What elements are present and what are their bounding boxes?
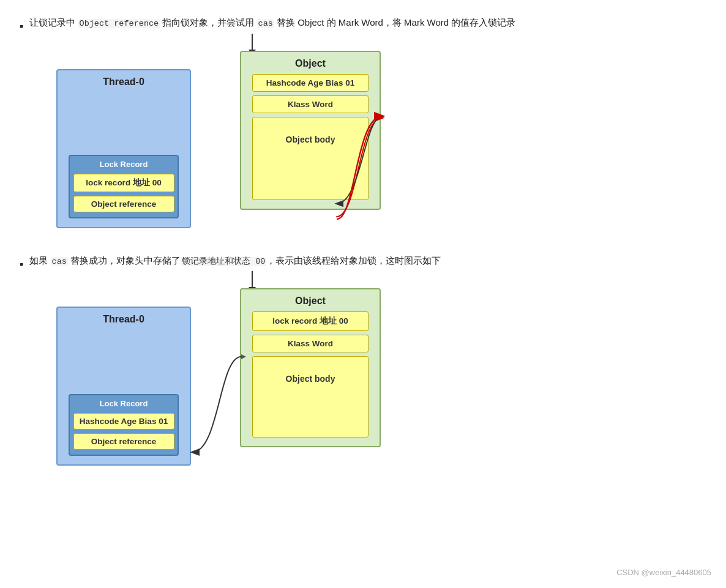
inline-code-4: 锁记录地址和状态 00 [181, 257, 266, 266]
object-title-1: Object [295, 58, 326, 69]
section1-text: ▪ 让锁记录中 Object reference 指向锁对象，并尝试用 cas … [20, 15, 706, 36]
object-reference-1: Object reference [73, 196, 174, 212]
lock-record-label-1: Lock Record [100, 160, 148, 169]
top-arrow-line-1 [252, 34, 253, 50]
object-box-1: Object Hashcode Age Bias 01 Klass Word O… [240, 51, 381, 210]
diagram1-wrapper: Thread-0 Lock Record lock record 地址 00 O… [56, 51, 706, 228]
inline-code-3: cas [51, 257, 68, 266]
thread-box-1: Thread-0 Lock Record lock record 地址 00 O… [56, 69, 191, 228]
object-reference-2: Object reference [73, 433, 174, 450]
object-box-2: Object lock record 地址 00 Klass Word Obje… [240, 288, 381, 447]
object-title-2: Object [295, 296, 326, 307]
lock-record-group-2: Lock Record Hashcode Age Bias 01 Object … [69, 394, 179, 456]
obj-row1-2: lock record 地址 00 [252, 311, 369, 331]
diagram2-outer: Thread-0 Lock Record Hashcode Age Bias 0… [56, 288, 706, 466]
section2: ▪ 如果 cas 替换成功，对象头中存储了锁记录地址和状态 00，表示由该线程给… [20, 253, 706, 466]
section2-text: ▪ 如果 cas 替换成功，对象头中存储了锁记录地址和状态 00，表示由该线程给… [20, 253, 706, 274]
lock-record-group-1: Lock Record lock record 地址 00 Object ref… [69, 155, 179, 218]
section1-content: 让锁记录中 Object reference 指向锁对象，并尝试用 cas 替换… [29, 15, 515, 31]
thread-box-2: Thread-0 Lock Record Hashcode Age Bias 0… [56, 307, 191, 466]
thread-title-2: Thread-0 [103, 314, 144, 325]
bullet-dot-1: ▪ [20, 17, 23, 36]
obj-body-1: Object body [252, 117, 369, 200]
section1: ▪ 让锁记录中 Object reference 指向锁对象，并尝试用 cas … [20, 15, 706, 228]
bullet-dot-2: ▪ [20, 255, 23, 274]
obj-body-2: Object body [252, 356, 369, 437]
diagram1-outer: Thread-0 Lock Record lock record 地址 00 O… [56, 51, 706, 228]
obj-row1-1: Hashcode Age Bias 01 [252, 74, 369, 92]
inline-code-1: Object reference [78, 19, 160, 28]
section2-content: 如果 cas 替换成功，对象头中存储了锁记录地址和状态 00，表示由该线程给对象… [29, 253, 441, 269]
lock-record-label-2: Lock Record [100, 399, 148, 408]
thread-title-1: Thread-0 [103, 76, 144, 87]
top-arrow-line-2 [252, 271, 253, 287]
lock-record-addr-1: lock record 地址 00 [73, 174, 174, 192]
diagram2-wrapper: Thread-0 Lock Record Hashcode Age Bias 0… [56, 288, 706, 466]
inline-code-2: cas [257, 19, 274, 28]
obj-row2-1: Klass Word [252, 95, 369, 113]
lock-record-row1-2: Hashcode Age Bias 01 [73, 413, 174, 430]
obj-row2-2: Klass Word [252, 335, 369, 352]
